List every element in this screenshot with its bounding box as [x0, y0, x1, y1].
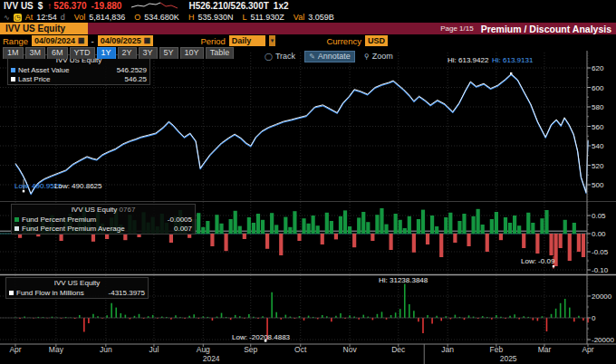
- date-to-input[interactable]: 04/09/2025 ▦: [98, 35, 154, 46]
- svg-text:20000: 20000: [592, 292, 612, 301]
- svg-text:Mar: Mar: [538, 345, 552, 354]
- period-select[interactable]: Daily: [229, 35, 265, 46]
- premium-name: Fund Percent Premium: [22, 216, 96, 224]
- svg-text:Jul: Jul: [149, 345, 159, 354]
- fund-flow-name: Fund Flow in Millions: [16, 289, 84, 297]
- nav-value: 546.2529: [117, 66, 147, 74]
- legend-item-fund-flow: Fund Flow in Millions -4315.3975: [9, 288, 145, 297]
- currency-label: Currency: [326, 36, 361, 46]
- alarm-clock-icon[interactable]: ◷: [14, 14, 22, 22]
- tab-3y[interactable]: 3Y: [139, 47, 158, 59]
- svg-text:620: 620: [592, 64, 604, 72]
- chart-toolbar: ◯ Track ✎ Annotate ⚲ Zoom: [261, 51, 397, 62]
- period-label: Period: [200, 36, 225, 46]
- svg-text:560: 560: [592, 123, 604, 131]
- at-label: At: [25, 13, 34, 22]
- mini-chart-icon: ∿: [4, 14, 10, 22]
- date-to-value: 04/09/2025: [101, 35, 141, 46]
- svg-text:Nov: Nov: [343, 345, 358, 354]
- tab-3m[interactable]: 3M: [25, 47, 46, 59]
- page-title: Premium / Discount Analysis: [481, 24, 611, 34]
- last-price-name: Last Price: [18, 75, 51, 83]
- security-field[interactable]: IVV US Equity: [0, 23, 88, 34]
- last-price-swatch: [11, 77, 15, 81]
- tab-6m[interactable]: 6M: [47, 47, 68, 59]
- high-label: H: [188, 13, 195, 22]
- nav-name: Net Asset Value: [18, 66, 69, 74]
- legend-title: IVV US Equity: [9, 279, 145, 288]
- tab-2y[interactable]: 2Y: [118, 47, 137, 59]
- premium-chart-legend: IVV US Equity 0767 Fund Percent Premium …: [11, 204, 196, 235]
- svg-text:0.05: 0.05: [592, 212, 606, 220]
- svg-text:-0.10: -0.10: [592, 266, 609, 274]
- date-from-value: 04/09/2024: [34, 35, 75, 46]
- svg-text:Oct: Oct: [294, 345, 307, 354]
- flow-chart-legend: IVV US Equity Fund Flow in Millions -431…: [5, 277, 149, 299]
- svg-text:May: May: [49, 345, 64, 354]
- svg-text:2025: 2025: [500, 354, 517, 363]
- svg-text:Feb: Feb: [490, 345, 504, 354]
- function-title-bar: IVV US Equity Page 1/15 Premium / Discou…: [0, 23, 616, 34]
- annotation-low-last: Low: 490.8625: [54, 182, 102, 190]
- value-traded: 3.059B: [308, 13, 334, 22]
- tab-1y[interactable]: 1Y: [97, 47, 116, 59]
- quote-bar: IVV US $ ↑ 526.370 -19.880 H526.210/526.…: [0, 0, 616, 12]
- track-label: Track: [275, 51, 295, 62]
- calendar-icon[interactable]: ▦: [78, 35, 85, 46]
- legend-title: IVV US Equity 0767: [14, 206, 192, 215]
- nav-swatch: [11, 68, 15, 72]
- premium-swatch: [14, 217, 19, 222]
- last-price: 526.370: [53, 1, 86, 11]
- quote-bar-row2: ∿ ◷ At 12:54 d Vol 5,814,836 O 534.680K …: [0, 12, 616, 23]
- tab-table[interactable]: Table: [206, 47, 235, 59]
- svg-text:600: 600: [592, 84, 604, 92]
- annotation-hi-nav: Hi: 613.9131: [492, 56, 533, 64]
- premium-avg-name: Fund Percent Premium Average: [22, 225, 125, 233]
- volume-value: 5,814,836: [89, 13, 125, 22]
- track-button[interactable]: ◯ Track: [261, 51, 299, 62]
- intraday-sparkline-icon: [130, 1, 180, 11]
- vol-label: Vol: [74, 13, 86, 22]
- annotate-label: Annotate: [318, 51, 351, 62]
- val-label: Val: [294, 13, 304, 22]
- range-label: Range: [3, 36, 28, 46]
- svg-text:0.00: 0.00: [592, 230, 606, 238]
- svg-text:540: 540: [592, 142, 604, 150]
- session-flag: d: [61, 13, 65, 22]
- price-chart-legend: IVV US Equity Net Asset Value 546.2529 L…: [7, 54, 150, 85]
- zoom-label: Zoom: [372, 51, 393, 62]
- page-indicator[interactable]: Page 1/15: [440, 24, 473, 33]
- open-label: O: [134, 13, 140, 22]
- tab-ytd[interactable]: YTD: [70, 47, 95, 59]
- calendar-icon[interactable]: ▦: [144, 35, 151, 46]
- svg-text:Sep: Sep: [244, 345, 257, 354]
- premium-avg-swatch: [14, 226, 19, 231]
- annotate-button[interactable]: ✎ Annotate: [304, 51, 355, 62]
- currency-select[interactable]: USD: [365, 35, 388, 46]
- annotation-hi-flow: Hi: 31238.3848: [379, 276, 428, 284]
- open-value: 534.680K: [144, 13, 179, 22]
- premium-avg-value: 0.007: [174, 225, 192, 233]
- zoom-button[interactable]: ⚲ Zoom: [361, 51, 397, 62]
- bloomberg-terminal-window: IVV US $ ↑ 526.370 -19.880 H526.210/526.…: [0, 0, 616, 364]
- fund-flow-swatch: [9, 291, 14, 295]
- tab-5y[interactable]: 5Y: [159, 47, 178, 59]
- svg-text:-20000: -20000: [592, 336, 614, 344]
- controls-bar: Range 04/09/2024 ▦ - 04/09/2025 ▦ Period…: [0, 34, 616, 47]
- legend-item-nav: Net Asset Value 546.2529: [11, 65, 147, 74]
- tab-10y[interactable]: 10Y: [180, 47, 204, 59]
- tab-1m[interactable]: 1M: [3, 47, 24, 59]
- low-value: 511.930Z: [250, 13, 284, 22]
- annotation-low-premium: Low: -0.09: [521, 257, 554, 265]
- svg-text:500: 500: [592, 181, 604, 189]
- svg-text:Jun: Jun: [100, 345, 112, 354]
- ticker: IVV US: [4, 1, 34, 11]
- chevron-down-icon[interactable]: ▾: [269, 35, 276, 46]
- annotation-low-flow: Low: -20208.4883: [232, 333, 290, 341]
- range-tab-bar: 1M3M6MYTD1Y2Y3Y5Y10YTable: [3, 47, 234, 59]
- hi-annotation-partial: 0767: [120, 206, 136, 214]
- legend-item-premium-avg: Fund Percent Premium Average 0.007: [14, 224, 192, 233]
- date-from-input[interactable]: 04/09/2024 ▦: [32, 35, 88, 46]
- annotation-hi-last: Hi: 613.9422: [448, 56, 488, 64]
- magnifier-icon: ⚲: [364, 51, 370, 62]
